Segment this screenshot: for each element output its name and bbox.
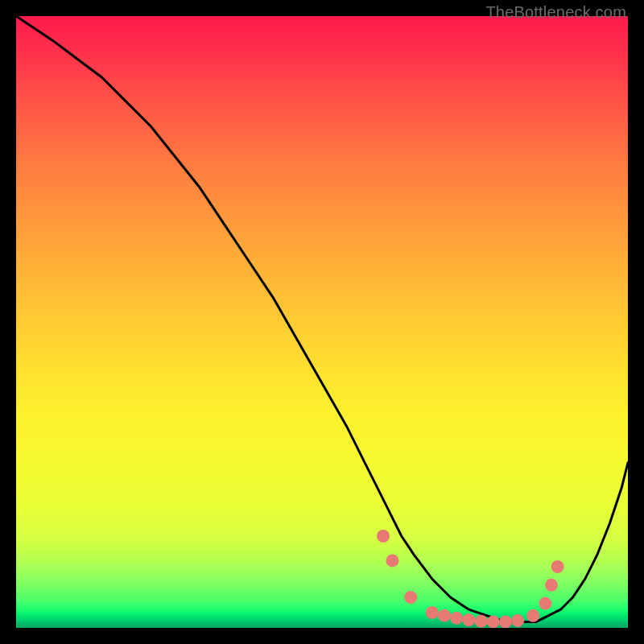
curve-marker xyxy=(438,609,451,622)
curve-marker xyxy=(511,614,524,627)
bottleneck-curve xyxy=(16,16,628,621)
curve-svg xyxy=(16,16,628,628)
curve-marker xyxy=(426,606,439,619)
curve-marker xyxy=(487,615,500,628)
curve-marker xyxy=(377,530,390,543)
curve-marker xyxy=(404,591,417,604)
curve-marker xyxy=(539,597,551,610)
curve-markers xyxy=(377,530,564,628)
curve-marker xyxy=(450,612,463,625)
curve-marker xyxy=(462,613,475,626)
curve-marker xyxy=(545,579,558,592)
curve-marker xyxy=(551,560,564,573)
curve-marker xyxy=(386,554,398,567)
curve-marker xyxy=(526,609,539,622)
plot-area xyxy=(16,16,628,628)
curve-marker xyxy=(475,615,488,628)
chart-container: TheBottleneck.com xyxy=(0,0,644,644)
watermark-text: TheBottleneck.com xyxy=(485,3,626,22)
curve-marker xyxy=(499,615,512,628)
